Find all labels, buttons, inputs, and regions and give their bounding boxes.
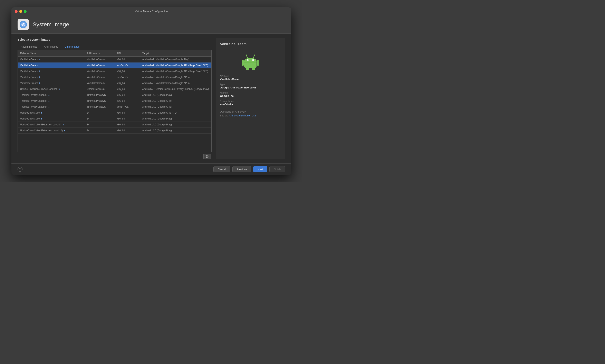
cell-name: UpsideDownCake ⬇ xyxy=(18,116,85,121)
detail-system-image: System Image arm64-v8a xyxy=(220,100,281,106)
download-icon[interactable]: ⬇ xyxy=(48,106,50,108)
cell-api: 34 xyxy=(84,121,114,128)
main-window: Virtual Device Configuration A System Im… xyxy=(12,7,291,175)
detail-image-name: VanillaIceCream xyxy=(220,42,281,49)
table-row[interactable]: TiramisuPrivacySandbox ⬇TiramisuPrivacyS… xyxy=(18,104,211,110)
cell-target: Android 14.0 (Google Play) xyxy=(140,92,211,98)
previous-button[interactable]: Previous xyxy=(232,166,251,172)
svg-point-13 xyxy=(246,54,247,56)
android-value: Google Inc. xyxy=(220,94,281,97)
refresh-row xyxy=(18,152,212,159)
table-row[interactable]: VanillaIceCream ⬇VanillaIceCreamx86_64An… xyxy=(18,80,211,86)
cell-abi: x86_64 xyxy=(114,86,140,92)
cell-api: UpsideDownCak xyxy=(84,86,114,92)
cell-name: UpsideDownCakePrivacySandbox ⬇ xyxy=(18,86,85,92)
cell-name: TiramisuPrivacySandbox ⬇ xyxy=(18,92,85,98)
table-header-row: Release Name API Level ▼ ABI Target xyxy=(18,50,211,57)
table-row[interactable]: VanillaIceCream ⬇VanillaIceCreamx86_64An… xyxy=(18,56,211,62)
download-icon[interactable]: ⬇ xyxy=(39,82,41,85)
cell-api: 34 xyxy=(84,128,114,133)
col-header-name[interactable]: Release Name xyxy=(18,50,85,57)
next-button[interactable]: Next xyxy=(253,166,267,172)
api-distribution-link[interactable]: API level distribution chart xyxy=(229,114,257,117)
android-logo-svg xyxy=(242,52,258,71)
svg-point-6 xyxy=(247,60,248,61)
window-title: Virtual Device Configuration xyxy=(135,10,168,13)
cell-target: Android API VanillaIceCream (Google APIs… xyxy=(140,74,211,80)
cancel-button[interactable]: Cancel xyxy=(213,166,230,172)
svg-line-14 xyxy=(253,56,255,58)
tab-other-images[interactable]: Other Images xyxy=(61,44,83,50)
col-header-target: Target xyxy=(140,50,211,57)
footer-left: ? xyxy=(18,167,23,172)
table-row[interactable]: VanillaIceCreamVanillaIceCreamarm64-v8aA… xyxy=(18,62,211,68)
tab-arm-images[interactable]: ARM Images xyxy=(41,44,61,50)
table-row[interactable]: UpsideDownCake ⬇34x86_64Android 14.0 (Go… xyxy=(18,116,211,121)
download-icon[interactable]: ⬇ xyxy=(48,94,50,96)
col-header-abi: ABI xyxy=(114,50,140,57)
cell-target: Android API VanillaIceCream (Google APIs… xyxy=(140,68,211,74)
cell-target: Android 14.0 (Google Play) xyxy=(140,128,211,133)
detail-type: Type Google APIs Page Size 16KB xyxy=(220,83,281,89)
footer: ? Cancel Previous Next Finish xyxy=(12,163,291,175)
svg-rect-10 xyxy=(246,67,249,70)
table-row[interactable]: UpsideDownCake (Extension Level 8) ⬇34x8… xyxy=(18,121,211,128)
cell-name: UpsideDownCake (Extension Level 10) ⬇ xyxy=(18,128,85,133)
table-row[interactable]: VanillaIceCream ⬇VanillaIceCreamarm64-v8… xyxy=(18,74,211,80)
cell-target: Android API VanillaIceCream (Google Play… xyxy=(140,56,211,62)
table-row[interactable]: TiramisuPrivacySandbox ⬇TiramisuPrivacyS… xyxy=(18,98,211,104)
svg-point-7 xyxy=(253,60,254,61)
help-button[interactable]: ? xyxy=(18,167,23,172)
download-icon[interactable]: ⬇ xyxy=(58,88,60,91)
svg-rect-11 xyxy=(252,67,255,70)
system-image-table-container: Release Name API Level ▼ ABI Target xyxy=(18,50,212,152)
download-icon[interactable]: ⬇ xyxy=(62,123,64,126)
content-area: Select a system image Recommended ARM Im… xyxy=(12,34,291,163)
table-row[interactable]: UpsideDownCake (Extension Level 10) ⬇34x… xyxy=(18,128,211,133)
cell-name: TiramisuPrivacySandbox ⬇ xyxy=(18,98,85,104)
api-level-label: API Level xyxy=(220,75,281,77)
cell-api: 34 xyxy=(84,116,114,121)
table-row[interactable]: TiramisuPrivacySandbox ⬇TiramisuPrivacyS… xyxy=(18,92,211,98)
cell-name: VanillaIceCream ⬇ xyxy=(18,74,85,80)
cell-target: Android 14.0 (Google APIs) xyxy=(140,98,211,104)
system-image-table: Release Name API Level ▼ ABI Target xyxy=(18,50,211,134)
maximize-button[interactable] xyxy=(24,10,26,13)
download-icon[interactable]: ⬇ xyxy=(39,58,41,61)
refresh-button[interactable] xyxy=(204,154,211,159)
table-row[interactable]: UpsideDownCakePrivacySandbox ⬇UpsideDown… xyxy=(18,86,211,92)
cell-abi: arm64-v8a xyxy=(114,74,140,80)
cell-api: VanillaIceCream xyxy=(84,62,114,68)
section-title: Select a system image xyxy=(18,38,212,41)
cell-abi: x86_64 xyxy=(114,80,140,86)
col-header-api[interactable]: API Level ▼ xyxy=(84,50,114,57)
cell-abi: x86_64 xyxy=(114,92,140,98)
header: A System Image xyxy=(12,15,291,34)
cell-name: UpsideDownCake ⬇ xyxy=(18,110,85,116)
type-value: Google APIs Page Size 16KB xyxy=(220,86,281,89)
cell-target: Android 14.0 (Google Play) xyxy=(140,116,211,121)
download-icon[interactable]: ⬇ xyxy=(41,117,42,120)
download-icon[interactable]: ⬇ xyxy=(39,70,41,73)
title-bar: Virtual Device Configuration xyxy=(12,7,291,15)
cell-abi: arm64-v8a xyxy=(114,104,140,110)
refresh-icon xyxy=(206,155,209,158)
table-row[interactable]: UpsideDownCake ⬇34x86_64Android 14.0 (Go… xyxy=(18,110,211,116)
system-image-label: System Image xyxy=(220,100,281,102)
download-icon[interactable]: ⬇ xyxy=(39,76,41,79)
finish-button[interactable]: Finish xyxy=(270,166,285,172)
sort-arrow-api: ▼ xyxy=(99,52,101,54)
svg-line-12 xyxy=(246,56,248,58)
svg-rect-9 xyxy=(257,60,258,66)
table-row[interactable]: VanillaIceCream ⬇VanillaIceCreamx86_64An… xyxy=(18,68,211,74)
download-icon[interactable]: ⬇ xyxy=(48,100,50,102)
api-see-text: See the xyxy=(220,114,229,117)
close-button[interactable] xyxy=(15,10,18,13)
download-icon[interactable]: ⬇ xyxy=(64,129,65,132)
download-icon[interactable]: ⬇ xyxy=(41,112,42,114)
cell-abi: arm64-v8a xyxy=(114,62,140,68)
app-icon: A xyxy=(18,19,29,30)
tab-recommended[interactable]: Recommended xyxy=(18,44,41,50)
minimize-button[interactable] xyxy=(19,10,22,13)
cell-abi: x86_64 xyxy=(114,68,140,74)
